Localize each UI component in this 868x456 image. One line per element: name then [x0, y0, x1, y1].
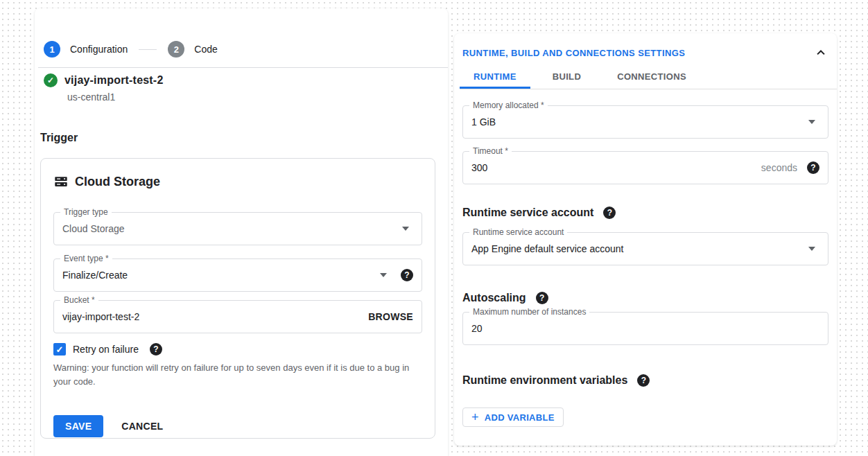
service-account-heading-row: Runtime service account ? [462, 207, 616, 219]
configuration-panel: 1 Configuration 2 Code ✓ vijay-import-te… [35, 8, 448, 456]
stepper-divider [38, 67, 448, 68]
service-account-help-icon[interactable]: ? [603, 207, 616, 219]
max-instances-input[interactable]: Maximum number of instances 20 [462, 312, 828, 345]
service-account-label: Runtime service account [469, 227, 567, 237]
settings-header-title[interactable]: RUNTIME, BUILD AND CONNECTIONS SETTINGS [462, 48, 685, 58]
trigger-card-title: Cloud Storage [75, 175, 160, 189]
step-2-label[interactable]: Code [194, 44, 217, 55]
add-variable-button[interactable]: + ADD VARIABLE [462, 407, 564, 427]
retry-row: ✓ Retry on failure ? [53, 343, 162, 356]
timeout-help-icon[interactable]: ? [807, 161, 819, 174]
bucket-value: vijay-import-test-2 [62, 311, 139, 322]
plus-icon: + [471, 411, 479, 423]
timeout-label: Timeout * [469, 146, 512, 156]
timeout-unit: seconds [761, 162, 797, 173]
save-button[interactable]: SAVE [53, 415, 103, 437]
retry-help-icon[interactable]: ? [150, 343, 162, 356]
memory-allocated-value: 1 GiB [471, 116, 496, 128]
chevron-down-icon [402, 227, 409, 231]
trigger-type-select[interactable]: Trigger type Cloud Storage [53, 212, 422, 245]
bucket-input[interactable]: Bucket * vijay-import-test-2 BROWSE [53, 300, 422, 333]
event-type-help-icon[interactable]: ? [401, 269, 413, 281]
trigger-card: Cloud Storage Trigger type Cloud Storage… [40, 158, 435, 439]
tab-build[interactable]: BUILD [539, 66, 595, 89]
chevron-down-icon [808, 120, 815, 124]
step-1-circle[interactable]: 1 [44, 41, 60, 58]
add-variable-label: ADD VARIABLE [485, 412, 555, 423]
cloud-storage-icon [53, 174, 69, 189]
chevron-down-icon [380, 273, 387, 277]
chevron-up-icon[interactable] [813, 45, 828, 60]
browse-button[interactable]: BROWSE [368, 311, 413, 322]
settings-header-row: RUNTIME, BUILD AND CONNECTIONS SETTINGS [462, 45, 828, 60]
cancel-button[interactable]: CANCEL [121, 421, 163, 432]
success-check-icon: ✓ [44, 73, 58, 87]
retry-warning-text: Warning: your function will retry on fai… [53, 361, 419, 388]
event-type-select[interactable]: Event type * Finalize/Create ? [53, 258, 422, 292]
settings-tabs: RUNTIME BUILD CONNECTIONS [460, 66, 837, 89]
event-type-value: Finalize/Create [62, 270, 128, 281]
retry-checkbox[interactable]: ✓ [53, 343, 66, 356]
chevron-down-icon [808, 247, 815, 251]
service-account-heading: Runtime service account [462, 207, 593, 219]
env-vars-help-icon[interactable]: ? [637, 374, 650, 387]
memory-allocated-label: Memory allocated * [469, 100, 548, 110]
max-instances-label: Maximum number of instances [469, 307, 589, 317]
tab-connections[interactable]: CONNECTIONS [603, 66, 700, 89]
service-account-value: App Engine default service account [471, 243, 623, 254]
runtime-settings-panel: RUNTIME, BUILD AND CONNECTIONS SETTINGS … [454, 33, 837, 446]
tab-runtime[interactable]: RUNTIME [460, 66, 530, 89]
autoscaling-heading-row: Autoscaling ? [462, 292, 548, 304]
stepper: 1 Configuration 2 Code [44, 41, 218, 58]
service-account-select[interactable]: Runtime service account App Engine defau… [462, 232, 828, 265]
memory-allocated-select[interactable]: Memory allocated * 1 GiB [462, 105, 828, 139]
autoscaling-help-icon[interactable]: ? [536, 292, 548, 304]
retry-label: Retry on failure [73, 344, 139, 355]
trigger-heading: Trigger [40, 132, 78, 144]
card-actions: SAVE CANCEL [53, 415, 163, 437]
env-vars-heading: Runtime environment variables [462, 374, 627, 387]
timeout-input[interactable]: Timeout * 300 seconds ? [462, 151, 828, 184]
trigger-type-value: Cloud Storage [62, 223, 125, 234]
stepper-separator [139, 49, 157, 50]
event-type-label: Event type * [60, 254, 112, 263]
trigger-card-header: Cloud Storage [53, 174, 160, 189]
function-name: vijay-import-test-2 [64, 74, 164, 87]
step-2-circle[interactable]: 2 [168, 41, 184, 58]
function-name-row: ✓ vijay-import-test-2 [44, 73, 164, 87]
bucket-label: Bucket * [60, 295, 98, 305]
timeout-value: 300 [471, 162, 487, 173]
autoscaling-heading: Autoscaling [462, 292, 526, 304]
max-instances-value: 20 [471, 323, 483, 334]
step-1-label[interactable]: Configuration [70, 44, 128, 55]
env-vars-heading-row: Runtime environment variables ? [462, 374, 650, 387]
trigger-type-label: Trigger type [60, 207, 112, 217]
function-region: us-central1 [67, 91, 115, 103]
